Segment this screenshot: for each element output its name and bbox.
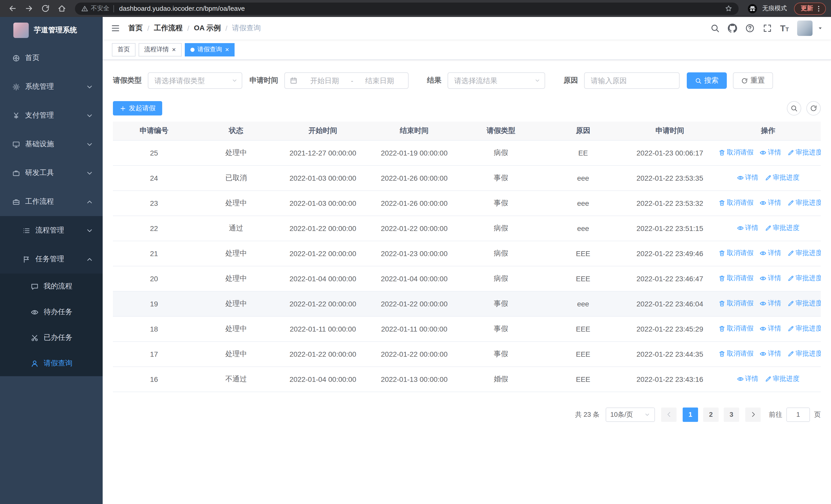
view-detail-action[interactable]: 详情 [760,349,781,358]
font-size-icon[interactable]: TT [780,24,789,33]
approval-progress-action[interactable]: 审批进度 [787,299,821,308]
tab-close-icon[interactable]: × [225,46,229,53]
hide-search-button[interactable] [787,101,801,116]
sidebar-item-workflow[interactable]: 工作流程 [0,187,103,216]
tab-process-detail[interactable]: 流程详情× [139,43,181,56]
star-icon[interactable] [725,5,733,12]
sidebar-item-infrastructure[interactable]: 基础设施 [0,130,103,158]
approval-progress-action[interactable]: 审批进度 [787,349,821,358]
caret-down-icon[interactable] [818,26,823,31]
menu-fold-icon[interactable] [111,24,120,33]
reload-icon[interactable] [38,1,52,16]
github-icon[interactable] [728,24,737,33]
incognito-label: 无痕模式 [762,4,787,13]
cancel-leave-action[interactable]: 取消请假 [719,349,753,358]
view-icon [737,376,744,382]
view-detail-action[interactable]: 详情 [760,148,781,157]
reason-field[interactable] [584,72,680,89]
leave-type-select[interactable] [148,72,242,89]
search-icon[interactable] [710,24,720,33]
breadcrumb-item[interactable]: OA 示例 [194,24,221,33]
page-size-select[interactable]: 10条/页 [606,407,655,422]
approval-progress-action[interactable]: 审批进度 [765,224,799,233]
cancel-leave-action[interactable]: 取消请假 [719,274,753,283]
view-detail-action[interactable]: 详情 [760,274,781,283]
goto-page-input[interactable] [786,407,810,422]
sidebar-item-todo-tasks[interactable]: 待办任务 [0,299,103,325]
chrome-update-button[interactable]: 更新 [794,2,826,14]
reset-button[interactable]: 重置 [733,72,773,89]
page-button-3[interactable]: 3 [724,407,739,422]
view-detail-action[interactable]: 详情 [760,249,781,258]
sidebar-item-my-process[interactable]: 我的流程 [0,273,103,299]
result-input[interactable] [454,77,534,85]
end-date-input[interactable] [355,77,404,85]
sidebar-item-done-tasks[interactable]: 已办任务 [0,325,103,351]
tab-close-icon[interactable]: × [172,46,176,53]
approval-progress-action[interactable]: 审批进度 [787,148,821,157]
sidebar-item-task-management[interactable]: 任务管理 [0,245,103,273]
view-detail-action[interactable]: 详情 [760,324,781,333]
address-bar[interactable]: 不安全 dashboard.yudao.iocoder.cn/bpm/oa/le… [75,2,739,14]
page-button-2[interactable]: 2 [703,407,719,422]
search-button[interactable]: 搜索 [687,72,727,89]
breadcrumb-separator: / [188,24,190,32]
active-tab-dot-icon [190,48,194,52]
security-label[interactable]: 不安全 [91,4,109,13]
sidebar-item-system[interactable]: 系统管理 [0,72,103,101]
edit-icon [787,250,794,257]
view-detail-action[interactable]: 详情 [760,299,781,308]
cancel-leave-action[interactable]: 取消请假 [719,249,753,258]
cell-status: 不通过 [195,366,277,392]
approval-progress-action[interactable]: 审批进度 [765,375,799,384]
prev-page-button[interactable] [661,407,677,422]
sidebar-item-leave-query[interactable]: 请假查询 [0,351,103,376]
tab-home[interactable]: 首页 [112,43,136,56]
approval-progress-action[interactable]: 审批进度 [787,249,821,258]
view-detail-action[interactable]: 详情 [737,224,758,233]
approval-progress-action[interactable]: 审批进度 [765,173,799,182]
breadcrumb-item[interactable]: 工作流程 [154,24,183,33]
help-icon[interactable] [745,24,754,33]
breadcrumb-separator: / [147,24,149,32]
cancel-leave-action[interactable]: 取消请假 [719,198,753,208]
cell-status: 处理中 [195,140,277,165]
approval-progress-action[interactable]: 审批进度 [787,274,821,283]
tab-leave-query[interactable]: 请假查询× [184,43,235,56]
avatar[interactable] [797,21,812,36]
view-detail-action[interactable]: 详情 [737,173,758,182]
view-detail-action[interactable]: 详情 [737,375,758,384]
sidebar-item-process-management[interactable]: 流程管理 [0,216,103,245]
kebab-menu-icon[interactable] [815,5,822,12]
leave-type-input[interactable] [154,77,231,85]
result-select[interactable] [448,72,545,89]
create-leave-label: 发起请假 [129,104,155,113]
back-icon[interactable] [5,1,20,16]
cell-status: 通过 [195,215,277,241]
approval-progress-action[interactable]: 审批进度 [787,198,821,208]
url-text[interactable]: dashboard.yudao.iocoder.cn/bpm/oa/leave [119,5,245,12]
fullscreen-icon[interactable] [763,24,772,33]
cell-status: 处理中 [195,291,277,316]
apply-time-range-picker[interactable]: - [284,72,408,89]
sidebar-item-devtools[interactable]: 研发工具 [0,158,103,187]
sidebar-item-home[interactable]: 首页 [0,43,103,72]
sidebar-item-payment[interactable]: 支付管理 [0,101,103,130]
view-detail-action[interactable]: 详情 [760,198,781,208]
cancel-leave-action[interactable]: 取消请假 [719,299,753,308]
forward-icon[interactable] [22,1,36,16]
cell-reason: eee [542,190,624,215]
refresh-table-button[interactable] [806,101,821,116]
action-label: 取消请假 [727,249,753,258]
reason-input[interactable] [591,77,675,85]
page-button-1[interactable]: 1 [683,407,698,422]
approval-progress-action[interactable]: 审批进度 [787,324,821,333]
cancel-leave-action[interactable]: 取消请假 [719,324,753,333]
home-icon[interactable] [54,1,69,16]
cancel-leave-action[interactable]: 取消请假 [719,148,753,157]
next-page-button[interactable] [745,407,761,422]
create-leave-button[interactable]: 发起请假 [113,101,162,116]
edit-icon [765,376,771,382]
breadcrumb-item[interactable]: 首页 [128,24,143,33]
start-date-input[interactable] [300,77,349,85]
